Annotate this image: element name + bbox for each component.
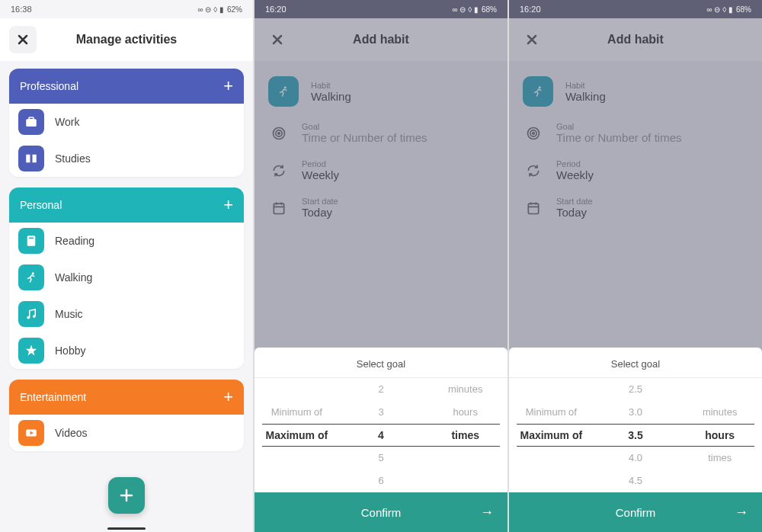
plus-icon <box>119 488 134 503</box>
plus-icon[interactable]: + <box>223 387 233 407</box>
arrow-right-icon: → <box>480 505 494 521</box>
book-open-icon <box>18 146 44 171</box>
content: Professional+WorkStudiesPersonal+Reading… <box>0 61 253 532</box>
picker-column[interactable]: Minimum ofMaximum of <box>509 378 594 492</box>
nav-handle <box>107 527 146 530</box>
picker-item[interactable]: Minimum of <box>526 401 577 424</box>
status-bar: 16:20 ∞ ⊖ ◊ ▮ 68% <box>509 0 762 18</box>
picker-column[interactable]: Minimum ofMaximum of <box>255 378 339 492</box>
status-icons: ∞ ⊖ ◊ ▮ 68% <box>707 5 751 14</box>
activity-label: Reading <box>55 235 94 247</box>
picker-item[interactable]: times <box>708 447 732 470</box>
picker[interactable]: Minimum ofMaximum of2.53.03.54.04.5minut… <box>509 378 762 492</box>
picker-item[interactable]: times <box>451 424 479 447</box>
picker-item[interactable]: 6 <box>378 470 383 492</box>
screen-add-habit-hours: 16:20 ∞ ⊖ ◊ ▮ 68% Add habit HabitWalking… <box>509 0 762 532</box>
category-card: Professional+WorkStudies <box>9 69 244 177</box>
picker-item[interactable]: 4.0 <box>629 447 642 470</box>
picker-item[interactable]: 5 <box>378 447 383 470</box>
picker-item[interactable]: hours <box>453 401 478 424</box>
status-icons: ∞ ⊖ ◊ ▮ 68% <box>453 5 497 14</box>
picker-column[interactable]: 23456 <box>339 378 424 492</box>
activity-item[interactable]: Studies <box>9 140 244 177</box>
activity-label: Hobby <box>55 345 85 357</box>
category-label: Personal <box>20 199 62 211</box>
activity-item[interactable]: Walking <box>9 259 244 296</box>
picker[interactable]: Minimum ofMaximum of23456minuteshourstim… <box>255 378 507 492</box>
picker-column[interactable]: minuteshourstimes <box>423 378 507 492</box>
activity-item[interactable]: Music <box>9 296 244 332</box>
confirm-label: Confirm <box>616 506 656 519</box>
running-icon <box>18 264 44 290</box>
activity-label: Music <box>55 308 83 320</box>
fab-add-button[interactable] <box>108 477 145 514</box>
confirm-button[interactable]: Confirm→ <box>255 492 507 532</box>
svg-point-5 <box>27 316 30 319</box>
category-label: Professional <box>20 80 78 92</box>
app-header: Manage activities <box>0 18 253 61</box>
category-header[interactable]: Entertainment+ <box>9 380 244 415</box>
picker-item[interactable]: 3 <box>378 401 383 424</box>
category-card: Entertainment+Videos <box>9 380 244 451</box>
picker-item[interactable]: hours <box>705 424 735 447</box>
page-title: Manage activities <box>9 33 244 46</box>
activity-label: Studies <box>55 152 91 165</box>
picker-column[interactable]: minuteshourstimes <box>677 378 762 492</box>
picker-item[interactable]: Maximum of <box>520 424 582 447</box>
picker-item[interactable]: 3.5 <box>628 424 642 447</box>
confirm-label: Confirm <box>361 506 402 519</box>
star-icon <box>18 338 44 364</box>
picker-item[interactable]: Maximum of <box>265 424 328 447</box>
picker-item[interactable]: minutes <box>448 378 483 401</box>
picker-item[interactable]: 2 <box>378 378 383 401</box>
picker-item[interactable]: Minimum of <box>271 401 322 424</box>
svg-rect-1 <box>29 117 34 120</box>
activity-item[interactable]: Videos <box>9 415 244 451</box>
category-label: Entertainment <box>20 391 86 403</box>
goal-picker-sheet: Select goalMinimum ofMaximum of23456minu… <box>255 348 507 532</box>
sheet-title: Select goal <box>255 348 507 377</box>
screen-add-habit-times: 16:20 ∞ ⊖ ◊ ▮ 68% Add habit HabitWalking… <box>255 0 507 532</box>
activity-item[interactable]: Work <box>9 104 244 140</box>
status-time: 16:20 <box>520 5 541 14</box>
svg-point-6 <box>33 315 36 318</box>
plus-icon[interactable]: + <box>223 195 233 215</box>
picker-item[interactable]: 4.5 <box>629 470 642 492</box>
music-icon <box>18 301 44 327</box>
svg-rect-2 <box>27 236 36 246</box>
briefcase-icon <box>18 109 44 135</box>
picker-item[interactable]: 4 <box>378 424 384 447</box>
status-icons: ∞ ⊖ ◊ ▮ 62% <box>198 5 242 14</box>
status-time: 16:38 <box>11 5 32 14</box>
goal-picker-sheet: Select goalMinimum ofMaximum of2.53.03.5… <box>509 348 762 532</box>
video-icon <box>18 420 44 446</box>
svg-rect-3 <box>29 238 34 239</box>
plus-icon[interactable]: + <box>223 76 233 96</box>
category-header[interactable]: Professional+ <box>9 69 244 104</box>
picker-item[interactable]: 2.5 <box>629 378 642 401</box>
picker-item[interactable]: minutes <box>703 401 738 424</box>
status-time: 16:20 <box>265 5 287 14</box>
sheet-title: Select goal <box>509 348 762 377</box>
picker-item[interactable]: 3.0 <box>629 401 642 424</box>
status-bar: 16:38 ∞ ⊖ ◊ ▮ 62% <box>0 0 253 18</box>
confirm-button[interactable]: Confirm→ <box>509 492 762 532</box>
activity-item[interactable]: Reading <box>9 223 244 259</box>
category-card: Personal+ReadingWalkingMusicHobby <box>9 187 244 369</box>
screen-manage-activities: 16:38 ∞ ⊖ ◊ ▮ 62% Manage activities Prof… <box>0 0 253 532</box>
picker-column[interactable]: 2.53.03.54.04.5 <box>594 378 678 492</box>
status-bar: 16:20 ∞ ⊖ ◊ ▮ 68% <box>255 0 507 18</box>
activity-label: Work <box>55 116 79 128</box>
arrow-right-icon: → <box>735 505 748 521</box>
activity-item[interactable]: Hobby <box>9 332 244 369</box>
activity-label: Videos <box>55 427 88 439</box>
activity-label: Walking <box>55 271 92 284</box>
book-icon <box>18 228 44 254</box>
category-header[interactable]: Personal+ <box>9 187 244 223</box>
svg-point-4 <box>32 272 34 274</box>
